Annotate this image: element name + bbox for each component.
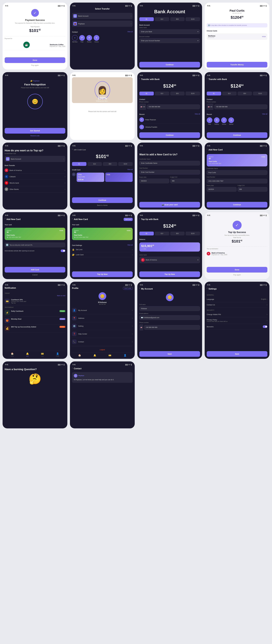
save-button[interactable]: Save xyxy=(139,351,200,357)
notification-item[interactable]: ⚡ Daily Cashback Promo xyxy=(5,309,65,317)
back-button[interactable]: ‹ xyxy=(139,77,140,80)
cvv-input[interactable]: 999 xyxy=(170,179,200,183)
get-started-button[interactable]: Get Started xyxy=(5,128,65,134)
card-item[interactable]: Baribase •• •• •• •• •• VISA xyxy=(207,33,267,40)
bank-item[interactable]: O Other Banks › xyxy=(5,186,65,192)
cvv-input[interactable]: 999 xyxy=(238,187,268,192)
add-card-button[interactable]: Add Card xyxy=(5,267,65,272)
continue-button[interactable]: Continue xyxy=(207,202,267,208)
card-tab[interactable]: 💳 xyxy=(108,354,111,357)
scan-card-button[interactable]: 📷 Scan your card xyxy=(139,202,200,208)
contact-item[interactable]: V Victoria Franklin xyxy=(139,124,200,131)
card-tab[interactable]: 💳Card xyxy=(41,352,44,357)
notif-tab[interactable]: 🔔Notif xyxy=(26,352,29,357)
menu-item[interactable]: ⚙️ Setting › xyxy=(72,322,133,330)
continue-button[interactable]: Continue xyxy=(207,132,267,138)
amount-pill[interactable]: $1 xyxy=(139,92,154,96)
phone-input[interactable]: +94 999 999 999 xyxy=(214,104,267,109)
contact-item[interactable]: R Rodney xyxy=(86,35,92,43)
cardholder-input[interactable]: Paul Curtis xyxy=(207,170,267,175)
notification-item[interactable]: 💳 Cashback 20% Choose your credit card T… xyxy=(5,298,65,305)
cancel-button[interactable]: Cancel xyxy=(5,272,65,277)
amount-pill[interactable]: $10 xyxy=(222,92,236,96)
expiry-input[interactable]: 08/2024 xyxy=(207,187,236,192)
back-home-button[interactable]: Back to Home xyxy=(72,203,133,208)
back-button[interactable]: ‹ xyxy=(139,287,140,290)
amount-pill[interactable]: $50 xyxy=(170,92,185,96)
amount-pill[interactable]: $50 xyxy=(170,17,185,21)
email-input[interactable]: ✉️ hi.kitsbase@gmail.com xyxy=(139,315,200,320)
fullname-input[interactable]: Kitsbase xyxy=(139,306,200,311)
amount-pill[interactable]: $50 xyxy=(170,232,185,236)
view-all-link[interactable]: View all xyxy=(127,31,133,32)
menu-item[interactable]: 👤 My Account › xyxy=(72,306,133,314)
phone-input[interactable]: +94 999 999 999 xyxy=(147,104,200,109)
contact-item[interactable]: P Peter Pearson xyxy=(139,116,200,124)
continue-button[interactable]: Continue xyxy=(72,197,133,203)
add-card-btn[interactable]: + xyxy=(72,172,76,176)
phone-flag[interactable]: 🇺🇸 xyxy=(139,324,143,330)
view-all-link[interactable]: View all xyxy=(262,113,267,115)
done-button[interactable]: Done xyxy=(207,267,267,272)
amount-pill[interactable]: $100 xyxy=(118,162,133,166)
profile-tab[interactable]: 👤 xyxy=(124,354,126,357)
menu-item[interactable]: ❓ Help Center › xyxy=(72,330,133,338)
language-item[interactable]: Language English › xyxy=(207,296,267,302)
set-limit-item[interactable]: 🔒 Set Limit › xyxy=(72,247,133,252)
amount-pill[interactable]: $1 xyxy=(207,92,221,96)
resend-link[interactable]: Resend code xyxy=(5,134,65,138)
add-contact[interactable]: + Add New xyxy=(72,35,78,43)
amount-pill[interactable]: $100 xyxy=(186,232,200,236)
wallet-pin-item[interactable]: Change Wallet PIN › xyxy=(207,312,267,317)
contact-item[interactable]: S Samuel xyxy=(228,117,234,125)
menu-item[interactable]: 📞 Contact › xyxy=(72,338,133,346)
amount-pill[interactable]: $1 xyxy=(139,17,154,21)
back-button[interactable]: ‹ xyxy=(139,217,140,220)
contact-item[interactable]: Contact Us › xyxy=(207,302,267,308)
back-button[interactable]: ‹ xyxy=(139,148,200,150)
back-button[interactable]: ‹ xyxy=(72,148,73,150)
menu-item[interactable]: 📍 Address › xyxy=(72,314,133,322)
amount-pill[interactable]: $10 xyxy=(155,232,169,236)
amount-pill[interactable]: $100 xyxy=(186,92,200,96)
paybase-option[interactable]: 💼 Paybase › xyxy=(72,20,133,27)
notification-item[interactable]: 🎁 Monday Deal Promo xyxy=(5,317,65,324)
card-item[interactable]: VISA Paul Curtis •••• •••• $120.00 xyxy=(77,172,104,182)
notification-item[interactable]: 💰 $50 Top up Successfully Added Promo xyxy=(5,324,65,332)
continue-button[interactable]: Continue xyxy=(139,62,200,68)
pay-again-button[interactable]: Pay again xyxy=(5,63,65,68)
back-button[interactable]: ‹ xyxy=(72,366,73,369)
bank-dropdown[interactable]: B Bank of America ▾ xyxy=(139,257,200,263)
done-button[interactable]: Done xyxy=(5,57,65,63)
bank-dropdown[interactable]: Enter your Bank▾ xyxy=(139,29,200,34)
bank-item[interactable]: B Bank of America › xyxy=(5,167,65,174)
notif-tab[interactable]: 🔔 xyxy=(93,354,96,357)
amount-pill[interactable]: $50 xyxy=(238,92,252,96)
card-number-input[interactable]: 2321 4234 4364 7567 xyxy=(207,179,267,184)
contact-item[interactable]: V Victoria xyxy=(94,35,99,43)
lock-card-item[interactable]: 🔐 Lock Card › xyxy=(72,252,133,257)
contact-item[interactable]: R Rodney xyxy=(214,117,220,125)
expiry-input[interactable]: 08/2024 xyxy=(139,179,169,183)
add-card-top-button[interactable]: Add Card xyxy=(124,218,133,221)
topup-button[interactable]: Top Up Now xyxy=(72,272,133,277)
logout-button[interactable]: Logout xyxy=(100,349,105,350)
biometric-item[interactable]: Biometric xyxy=(207,324,267,330)
profile-tab[interactable]: 👤Profile xyxy=(56,352,59,357)
card-number-input[interactable]: Enter Card Number xyxy=(139,170,200,174)
amount-pill[interactable]: $1 xyxy=(139,232,154,236)
save-button[interactable]: Save xyxy=(207,351,267,357)
contact-item[interactable]: V Victoria xyxy=(221,117,227,125)
back-button[interactable]: ‹ xyxy=(207,287,208,290)
amount-pill[interactable]: $100 xyxy=(186,17,200,21)
view-all-link[interactable]: View all xyxy=(127,244,133,246)
topup-button[interactable]: Top Up Now xyxy=(139,272,200,277)
bank-account-option[interactable]: 🏦 Bank Account › xyxy=(5,156,65,162)
amount-pill[interactable]: $10 xyxy=(155,92,169,96)
phone-flag[interactable]: 🇺🇸 +94 xyxy=(139,104,146,110)
amount-pill[interactable]: $50 xyxy=(103,162,117,166)
contact-item[interactable]: P Peter xyxy=(79,35,85,43)
edit-profile-button[interactable]: Edit Profile xyxy=(123,287,133,290)
contact-item[interactable]: P Peter xyxy=(207,117,212,125)
biometric-toggle[interactable] xyxy=(263,325,267,328)
